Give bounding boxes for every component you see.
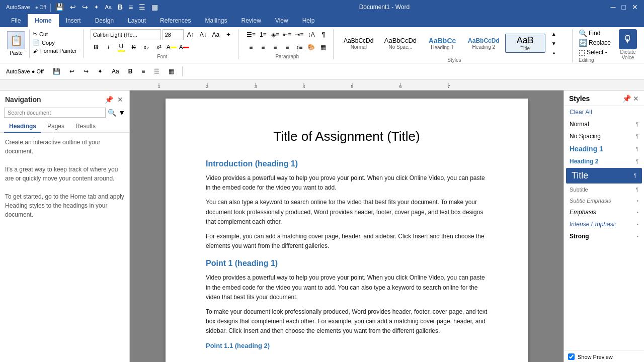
borders-btn2[interactable]: ▦ (318, 42, 329, 53)
autosave-toggle[interactable]: ● Off (35, 5, 46, 10)
justify-btn[interactable]: ≡ (282, 42, 293, 53)
style-heading1-item[interactable]: AaBbCc Heading 1 (422, 35, 462, 52)
nav-tab-headings[interactable]: Headings (4, 121, 41, 133)
save-btn[interactable]: 💾 (53, 2, 66, 12)
nav-tab-results[interactable]: Results (70, 121, 101, 133)
tb-borders-btn[interactable]: ▦ (166, 66, 177, 76)
style-entry-intense[interactable]: Intense Emphasi: • (564, 218, 644, 230)
style-nospacing-item[interactable]: AaBbCcDd No Spac... (380, 35, 421, 51)
tb-save-btn[interactable]: 💾 (50, 66, 63, 76)
tab-mailings[interactable]: Mailings (198, 14, 234, 27)
paste-button[interactable]: 📋 Paste (3, 29, 30, 58)
copy-button[interactable]: 📄 Copy (32, 39, 78, 46)
minimize-btn[interactable]: ─ (609, 2, 618, 12)
tab-layout[interactable]: Layout (121, 14, 153, 27)
style-entry-em[interactable]: Emphasis • (564, 206, 644, 218)
tab-design[interactable]: Design (88, 14, 121, 27)
tab-references[interactable]: References (153, 14, 198, 27)
show-preview-row[interactable]: Show Preview (568, 353, 640, 360)
align-left-btn[interactable]: ≡ (246, 42, 257, 53)
document-area[interactable]: Title of Assignment (Title) Introduction… (130, 90, 564, 362)
show-preview-checkbox[interactable] (568, 353, 575, 360)
tb-case-btn[interactable]: Aa (109, 66, 122, 76)
styles-up-btn[interactable]: ▲ (548, 29, 559, 39)
strikethrough-button[interactable]: S (128, 42, 139, 53)
document-page[interactable]: Title of Assignment (Title) Introduction… (166, 99, 528, 362)
redo-btn[interactable]: ↪ (80, 2, 90, 12)
tab-review[interactable]: Review (234, 14, 268, 27)
increase-indent-btn[interactable]: ⇥≡ (294, 29, 305, 40)
tb-list-btn[interactable]: ☰ (151, 66, 163, 76)
section-point1-heading[interactable]: Point 1 (heading 1) (206, 259, 488, 268)
increase-font-btn[interactable]: A↑ (185, 29, 196, 40)
cut-button[interactable]: ✂ Cut (32, 30, 78, 38)
italic-button[interactable]: I (103, 42, 114, 53)
undo-btn[interactable]: ↩ (68, 2, 78, 12)
borders-btn[interactable]: ▦ (149, 2, 160, 12)
bullets-button[interactable]: ☰≡ (246, 29, 257, 40)
search-input[interactable] (4, 108, 106, 118)
style-entry-strong[interactable]: Strong • (564, 230, 644, 242)
section-intro-para2[interactable]: You can also type a keyword to search on… (206, 198, 488, 227)
dictate-icon[interactable]: 🎙 (619, 29, 637, 49)
decrease-font-btn[interactable]: A↓ (198, 29, 209, 40)
tb-bold-btn[interactable]: B (125, 66, 136, 76)
nav-close-btn[interactable]: ✕ (116, 95, 124, 105)
style-normal-item[interactable]: AaBbCcDd Normal (339, 36, 379, 51)
replace-button[interactable]: Replace (589, 39, 611, 46)
section-intro-para3[interactable]: For example, you can add a matching cove… (206, 232, 488, 251)
style-entry-nospacing[interactable]: No Spacing ¶ (564, 130, 644, 142)
font-size-input[interactable] (163, 29, 184, 40)
shading-btn[interactable]: 🎨 (306, 42, 317, 53)
tab-view[interactable]: View (268, 14, 295, 27)
align-btn[interactable]: ≡ (127, 2, 135, 12)
tab-home[interactable]: Home (28, 14, 58, 27)
font-color-button[interactable]: A (179, 42, 190, 53)
tb-redo-btn[interactable]: ↪ (80, 66, 92, 76)
tb-undo-btn[interactable]: ↩ (66, 66, 77, 76)
style-entry-h1[interactable]: Heading 1 ¶ (564, 142, 644, 155)
show-marks-btn[interactable]: ¶ (318, 29, 329, 40)
styles-close-btn[interactable]: ✕ (633, 95, 639, 103)
close-btn[interactable]: ✕ (630, 2, 640, 12)
line-spacing-btn[interactable]: ↕≡ (294, 42, 305, 53)
bold-button[interactable]: B (91, 42, 102, 53)
numbering-button[interactable]: 1≡ (258, 29, 269, 40)
style-title-item[interactable]: AaB Title (505, 34, 545, 53)
style-entry-subtle-em[interactable]: Subtle Emphasis • (564, 195, 644, 206)
clear-formatting-btn[interactable]: ✦ (92, 3, 101, 12)
section-intro-para1[interactable]: Video provides a powerful way to help yo… (206, 173, 488, 193)
maximize-btn[interactable]: □ (620, 2, 628, 12)
subscript-button[interactable]: x₂ (141, 42, 152, 53)
tab-file[interactable]: File (4, 14, 28, 27)
style-entry-h2[interactable]: Heading 2 ¶ (564, 155, 644, 167)
find-button[interactable]: Find (589, 30, 600, 37)
nav-pin-btn[interactable]: 📌 (104, 95, 114, 105)
style-entry-normal[interactable]: Normal ¶ (564, 118, 644, 130)
styles-pin-btn[interactable]: 📌 (622, 95, 631, 103)
tb-align-btn[interactable]: ≡ (138, 66, 148, 76)
style-heading2-item[interactable]: AaBbCcDd Heading 2 (463, 36, 504, 51)
tab-insert[interactable]: Insert (59, 14, 88, 27)
superscript-button[interactable]: x² (153, 42, 165, 53)
underline-button[interactable]: U (116, 42, 127, 53)
bold-qa-btn[interactable]: B (116, 2, 125, 12)
case-btn[interactable]: Aa (103, 3, 113, 11)
section-intro-heading[interactable]: Introduction (heading 1) (206, 159, 488, 168)
clear-formatting-btn2[interactable]: ✦ (223, 29, 234, 40)
section-point11-heading[interactable]: Point 1.1 (heading 2) (206, 342, 488, 349)
style-clear-all[interactable]: Clear All (564, 106, 644, 118)
styles-more-btn[interactable]: ⬥ (548, 48, 559, 57)
tb-clear-btn[interactable]: ✦ (95, 66, 106, 76)
format-painter-button[interactable]: 🖌 Format Painter (32, 47, 78, 54)
document-title[interactable]: Title of Assignment (Title) (206, 129, 488, 144)
search-options-btn[interactable]: ▼ (118, 109, 125, 117)
style-entry-title[interactable]: Title ¶ (566, 168, 642, 184)
style-entry-subtitle[interactable]: Subtitle ¶ (564, 184, 644, 195)
search-icon[interactable]: 🔍 (108, 109, 116, 117)
align-right-btn[interactable]: ≡ (270, 42, 281, 53)
section-point1-para2[interactable]: To make your document look professionall… (206, 307, 488, 336)
list-btn[interactable]: ☰ (137, 2, 147, 12)
multilevel-button[interactable]: ◈≡ (270, 29, 281, 40)
sort-btn[interactable]: ↕A (306, 29, 317, 40)
